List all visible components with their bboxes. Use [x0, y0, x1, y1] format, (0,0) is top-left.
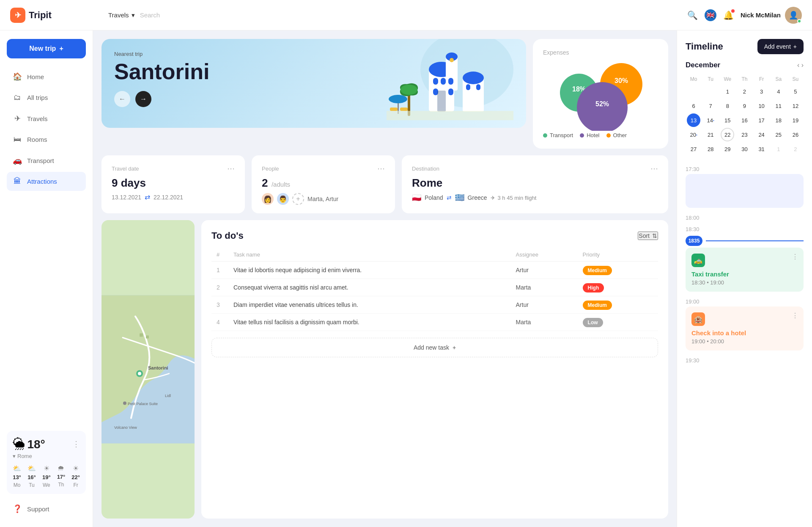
- cal-day-27[interactable]: 27: [687, 142, 700, 156]
- hotel-more-icon[interactable]: ⋮: [792, 312, 798, 320]
- notifications-button[interactable]: 🔔: [723, 10, 734, 20]
- table-row: 3 Diam imperdiet vitae venenatis ultrice…: [211, 296, 658, 314]
- weather-info: 🌦 18°: [13, 437, 45, 451]
- cal-day-2[interactable]: 2: [738, 85, 751, 98]
- cal-day-6[interactable]: 6: [687, 99, 700, 113]
- time-1900: 19:00: [686, 298, 804, 305]
- prev-button[interactable]: ←: [114, 91, 130, 107]
- add-event-button[interactable]: Add event +: [757, 39, 804, 54]
- people-more[interactable]: ⋯: [377, 164, 385, 173]
- cal-day-4[interactable]: 4: [772, 85, 785, 98]
- sidebar-item-home[interactable]: 🏠 Home: [7, 67, 86, 86]
- travels-dropdown[interactable]: Travels ▾: [103, 8, 140, 22]
- cal-day-29[interactable]: 29: [721, 142, 734, 156]
- svg-rect-7: [448, 78, 453, 85]
- sidebar-label-rooms: Rooms: [27, 136, 47, 143]
- taxi-transfer-event[interactable]: 🚕 Taxi transfer 18:30 • 19:00 ⋮: [686, 248, 804, 292]
- calendar-prev[interactable]: ‹: [797, 61, 799, 69]
- cal-day-25[interactable]: 25: [772, 128, 785, 141]
- people-avatars-row: 👩 👨 + Marta, Artur: [262, 193, 385, 205]
- taxi-more-icon[interactable]: ⋮: [792, 253, 798, 261]
- destination-label: Destination: [412, 166, 439, 172]
- col-assignee: Assignee: [511, 248, 578, 262]
- avatar-marta: 👩: [262, 193, 274, 205]
- legend-other: Other: [606, 132, 627, 138]
- calendar-grid: Mo Tu We Th Fr Sa Su 1 2 3 4 5 6 7 8 9: [686, 74, 804, 156]
- search-icon[interactable]: 🔍: [687, 10, 698, 20]
- todo-card: To do's Sort ⇅ # Task name Assignee Prio…: [201, 220, 668, 519]
- cal-day-9[interactable]: 9: [738, 99, 751, 113]
- cal-day-20[interactable]: 20: [687, 128, 700, 141]
- main-layout: New trip + 🏠 Home 🗂 All trips ✈ Travels …: [0, 30, 812, 527]
- flag-icon: 🇬🇧: [706, 11, 715, 19]
- col-priority: Priority: [578, 248, 658, 262]
- sidebar-item-travels[interactable]: ✈ Travels: [7, 109, 86, 128]
- sidebar-item-transport[interactable]: 🚗 Transport: [7, 151, 86, 170]
- search-label: Search: [140, 11, 160, 19]
- cal-day-3[interactable]: 3: [755, 85, 768, 98]
- cal-day-8[interactable]: 8: [721, 99, 734, 113]
- cal-day-19[interactable]: 19: [789, 113, 802, 127]
- cal-day-31[interactable]: 31: [755, 142, 768, 156]
- cal-day-7[interactable]: 7: [704, 99, 717, 113]
- cal-day-22[interactable]: 22: [721, 128, 734, 141]
- cal-day-1[interactable]: 1: [721, 85, 734, 98]
- user-profile[interactable]: Nick McMilan 👤: [741, 7, 802, 24]
- sidebar-item-all-trips[interactable]: 🗂 All trips: [7, 88, 86, 107]
- language-selector[interactable]: 🇬🇧: [705, 9, 716, 21]
- travel-date-card: Travel date ⋯ 9 days 13.12.2021 ⇄ 22.12.…: [102, 155, 245, 213]
- new-trip-button[interactable]: New trip +: [7, 39, 86, 58]
- cal-empty: [687, 85, 700, 98]
- empty-event-block: [686, 174, 804, 208]
- timeline-title: Timeline: [686, 41, 723, 52]
- cal-day-next-2[interactable]: 2: [789, 142, 802, 156]
- cal-day-13-today[interactable]: 13: [687, 113, 700, 127]
- cal-day-12[interactable]: 12: [789, 99, 802, 113]
- travel-date-more[interactable]: ⋯: [227, 164, 235, 173]
- sidebar-item-support[interactable]: ❓ Support: [7, 499, 86, 519]
- sidebar-item-rooms[interactable]: 🛏 Rooms: [7, 130, 86, 149]
- cal-day-10[interactable]: 10: [755, 99, 768, 113]
- cal-day-26[interactable]: 26: [789, 128, 802, 141]
- cal-day-17[interactable]: 17: [755, 113, 768, 127]
- cal-day-15[interactable]: 15: [721, 113, 734, 127]
- avatar: 👤: [785, 7, 802, 24]
- date-to: 22.12.2021: [154, 194, 183, 201]
- chevron-down-icon: ▾: [132, 11, 135, 19]
- destination-card: Destination ⋯ Rome 🇵🇱 Poland ⇄ 🇬🇷 Greece…: [402, 155, 668, 213]
- calendar-next[interactable]: ›: [801, 61, 804, 69]
- task-name: Diam imperdiet vitae venenatis ultrices …: [228, 296, 511, 314]
- forecast-icon-fr: ☀: [73, 464, 79, 472]
- cal-day-21[interactable]: 21: [704, 128, 717, 141]
- next-button[interactable]: →: [135, 91, 151, 107]
- notification-dot: [731, 9, 735, 13]
- destination-more[interactable]: ⋯: [650, 164, 658, 173]
- cal-day-5[interactable]: 5: [789, 85, 802, 98]
- travels-icon: ✈: [13, 114, 22, 123]
- sidebar-label-home: Home: [27, 73, 44, 80]
- attractions-icon: 🏛: [13, 177, 22, 186]
- cal-day-14[interactable]: 14: [704, 113, 717, 127]
- cal-day-11[interactable]: 11: [772, 99, 785, 113]
- add-icon: +: [453, 344, 456, 351]
- cal-day-18[interactable]: 18: [772, 113, 785, 127]
- sort-button[interactable]: Sort ⇅: [638, 232, 658, 240]
- sidebar-item-attractions[interactable]: 🏛 Attractions: [7, 172, 86, 191]
- cal-day-30[interactable]: 30: [738, 142, 751, 156]
- cal-day-next-1[interactable]: 1: [772, 142, 785, 156]
- cal-day-24[interactable]: 24: [755, 128, 768, 141]
- forecast-icon-th: 🌧: [58, 464, 64, 472]
- add-person-button[interactable]: +: [292, 193, 304, 205]
- from-country: Poland: [425, 194, 443, 201]
- weather-more-icon[interactable]: ⋮: [72, 439, 80, 449]
- weather-widget: 🌦 18° ⋮ ▾ Rome ⛅ 13° Mo ⛅: [7, 431, 86, 494]
- cal-day-23[interactable]: 23: [738, 128, 751, 141]
- cal-day-28[interactable]: 28: [704, 142, 717, 156]
- timeline-header: Timeline Add event +: [686, 39, 804, 54]
- hotel-checkin-event[interactable]: 🏨 Check into a hotel 19:00 • 20:00 ⋮: [686, 306, 804, 350]
- svg-rect-33: [146, 336, 149, 339]
- people-unit: /adults: [272, 181, 290, 188]
- add-task-button[interactable]: Add new task +: [211, 338, 658, 357]
- taxi-time: 18:30 • 19:00: [691, 279, 798, 286]
- cal-day-16[interactable]: 16: [738, 113, 751, 127]
